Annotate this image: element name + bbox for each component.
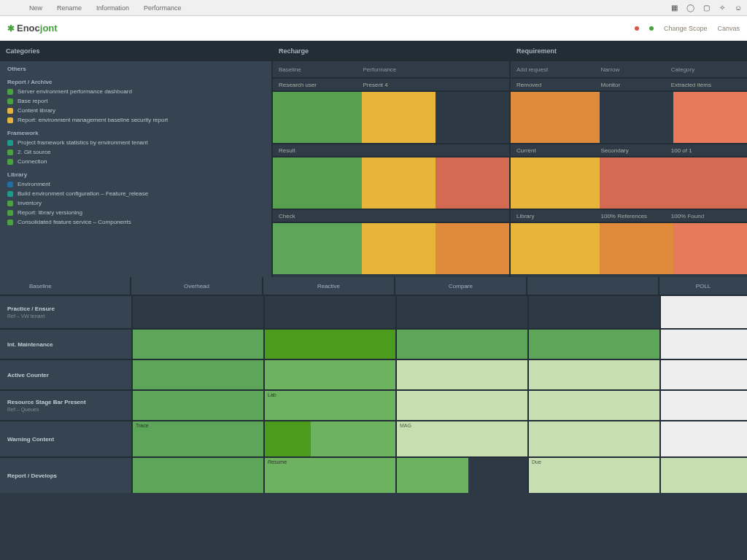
circle-icon[interactable]: ◯: [686, 4, 694, 12]
heat-cell[interactable]: [395, 330, 527, 359]
row-cells: Trace MAG: [131, 421, 659, 456]
heat-cell[interactable]: MAG: [395, 421, 527, 456]
menu-tab-new[interactable]: New: [29, 4, 42, 12]
row-cells: Lab: [131, 391, 659, 420]
heat-cell[interactable]: [131, 296, 263, 328]
grid-row: Practice / Ensure Ref – VW tenant: [0, 295, 747, 328]
panel-block: [273, 222, 509, 274]
heat-cell[interactable]: [395, 360, 527, 389]
cell-label: Due: [529, 458, 544, 466]
heat-cell[interactable]: [511, 92, 600, 143]
heat-cell[interactable]: [131, 330, 263, 359]
status-error-icon: [635, 26, 639, 31]
heat-cell[interactable]: [273, 223, 362, 274]
heat-cell[interactable]: [527, 296, 659, 328]
heat-cell[interactable]: [273, 158, 362, 209]
heat-cell[interactable]: Trace: [131, 421, 263, 456]
status-square-icon: [7, 149, 13, 155]
sidebar-item-label: Base report: [18, 98, 47, 104]
heat-cell[interactable]: [131, 391, 263, 420]
logo[interactable]: ✱ Enocjont: [7, 23, 58, 34]
heat-cell[interactable]: [273, 92, 362, 143]
sidebar-item[interactable]: Report: environment management baseline …: [0, 115, 271, 125]
sidebar-item-label: Report: environment management baseline …: [18, 117, 168, 123]
heat-cell[interactable]: [263, 360, 395, 389]
box-icon[interactable]: ▢: [702, 4, 711, 12]
sidebar-item[interactable]: Environment: [0, 179, 271, 189]
row-label: Result: [279, 147, 363, 154]
sidebar-item[interactable]: Inventory: [0, 198, 271, 208]
heat-cell[interactable]: Lab: [263, 391, 395, 420]
heat-cell[interactable]: [131, 360, 263, 389]
heat-cell[interactable]: [527, 391, 659, 420]
sidebar-item[interactable]: Report: library versioning: [0, 208, 271, 217]
heat-cell[interactable]: [436, 223, 509, 274]
panel-row: Current Secondary 100 of 1: [511, 143, 747, 156]
heat-cell[interactable]: [263, 330, 395, 359]
heat-cell[interactable]: Resume: [263, 458, 395, 493]
heat-cell[interactable]: [527, 360, 659, 389]
heat-cell[interactable]: [362, 223, 436, 274]
panel-recharge: Recharge Baseline Performance Research u…: [271, 41, 509, 277]
sidebar-item[interactable]: 2. Git source: [0, 147, 271, 157]
col-header[interactable]: Compare: [395, 277, 527, 295]
heat-cell[interactable]: [263, 296, 395, 328]
sidebar-item-label: Inventory: [18, 200, 42, 206]
col-header[interactable]: POLL: [659, 277, 747, 295]
heat-cell[interactable]: [436, 158, 509, 209]
heat-cell[interactable]: [436, 92, 509, 143]
row-val: Extracted items: [671, 82, 741, 88]
col-header[interactable]: Overhead: [131, 277, 263, 295]
panel-row: Result: [273, 143, 509, 156]
panel-block: [511, 90, 747, 143]
panel-requirement: Requirement Add request Narrow Category …: [509, 41, 747, 277]
sidebar-item[interactable]: Consolidated feature service – Component…: [0, 217, 271, 227]
heat-cell[interactable]: [673, 158, 747, 209]
heat-cell[interactable]: [527, 421, 659, 456]
grid-row: Int. Maintenance: [0, 328, 747, 359]
heat-cell[interactable]: [362, 92, 436, 143]
user-icon[interactable]: ☺: [734, 4, 743, 12]
sidebar-item[interactable]: Content library: [0, 106, 271, 115]
sidebar-item-label: Connection: [18, 158, 47, 165]
panel-columns: Baseline Performance: [273, 61, 509, 77]
sidebar-item[interactable]: Build environment configuration – Featur…: [0, 189, 271, 198]
heat-cell[interactable]: [395, 458, 527, 493]
row-label-text: Int. Maintenance: [7, 341, 124, 348]
heat-cell[interactable]: [673, 92, 747, 143]
status-square-icon: [7, 140, 13, 146]
menu-tab-info[interactable]: Information: [96, 4, 129, 12]
menu-tab-rename[interactable]: Rename: [57, 4, 82, 12]
cell-label: [273, 90, 285, 102]
heat-cell[interactable]: [362, 158, 436, 209]
grid-row: Resource Stage Bar Present Ref – Queues …: [0, 389, 747, 420]
col-header[interactable]: Baseline: [0, 277, 131, 295]
sidebar-group-title: Report / Archive: [0, 77, 271, 87]
grid-icon[interactable]: ▦: [670, 4, 678, 12]
heat-cell[interactable]: [131, 458, 263, 493]
canvas-label[interactable]: Canvas: [717, 25, 740, 32]
sidebar-item-label: Project framework statistics by environm…: [18, 139, 148, 146]
sidebar-item[interactable]: Project framework statistics by environm…: [0, 138, 271, 147]
heat-cell[interactable]: Due: [527, 458, 659, 493]
heat-cell[interactable]: [511, 158, 600, 209]
heat-cell[interactable]: [511, 223, 600, 274]
heat-cell[interactable]: [600, 158, 673, 209]
heat-cell[interactable]: [673, 223, 747, 274]
sidebar-item[interactable]: Connection: [0, 157, 271, 166]
heat-cell[interactable]: [600, 92, 673, 143]
sidebar-item[interactable]: Server environment performance dashboard: [0, 87, 271, 96]
col-header[interactable]: Reactive: [263, 277, 395, 295]
menu-tab-performance[interactable]: Performance: [144, 4, 182, 12]
col-header[interactable]: [527, 277, 659, 295]
heat-cell[interactable]: [395, 391, 527, 420]
sidebar-group-title: Others: [0, 64, 271, 74]
sidebar-item[interactable]: Base report: [0, 96, 271, 106]
heat-cell[interactable]: [600, 223, 673, 274]
scope-label[interactable]: Change Scope: [664, 25, 708, 32]
pin-icon[interactable]: ✧: [718, 4, 727, 12]
logo-text: Enocjont: [17, 23, 58, 34]
heat-cell[interactable]: [395, 296, 527, 328]
heat-cell[interactable]: [527, 330, 659, 359]
heat-cell[interactable]: [263, 421, 395, 456]
